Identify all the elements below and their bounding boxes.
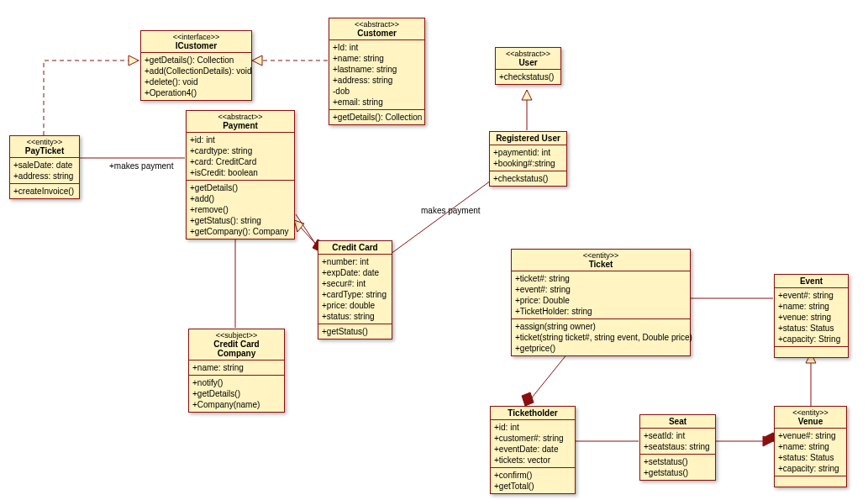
class-venue: <<entity>>Venue +venue#: string +name: s… <box>774 406 847 487</box>
attr: +card: CreditCard <box>190 156 291 167</box>
op: +remove() <box>190 204 291 215</box>
attr: +name: string <box>192 362 281 373</box>
op: +delete(): void <box>145 76 248 87</box>
svg-marker-6 <box>522 392 534 406</box>
attr: +number: int <box>322 256 388 267</box>
class-icustomer: <<interface>>ICustomer +getDetails(): Co… <box>140 30 252 101</box>
attr: +capacity: String <box>778 334 844 345</box>
op: +getDetails(): Collection <box>145 55 248 66</box>
rel-label-makes-payment-1: +makes payment <box>109 161 173 171</box>
attr: +id: int <box>190 134 291 145</box>
class-name: PayTicket <box>15 146 74 155</box>
class-name: Registered User <box>495 134 561 143</box>
attr: +expDate: date <box>322 267 388 278</box>
op: +add(CollectionDetails): void <box>145 66 248 76</box>
op: +Operation4() <box>145 87 248 98</box>
class-ticketholder: Ticketholder +id: int +customer#: string… <box>490 406 576 494</box>
op: +checkstatus() <box>493 173 563 184</box>
svg-marker-2 <box>294 220 304 232</box>
class-event: Event +event#: string +name: string +ven… <box>774 274 849 358</box>
op: +Company(name) <box>192 399 281 410</box>
class-name: Credit Card <box>324 243 387 252</box>
op: +getTotal() <box>494 481 571 492</box>
op: +confirm() <box>494 470 571 481</box>
class-name: ICustomer <box>146 41 246 50</box>
attr: +id: int <box>494 422 571 433</box>
class-credit-card: Credit Card +number: int +expDate: date … <box>318 240 392 339</box>
attr: +name: string <box>333 53 421 64</box>
stereotype: <<entity>> <box>517 251 685 260</box>
class-name: Ticket <box>517 260 685 269</box>
attr: +ticket#: string <box>515 273 687 284</box>
op: +notify() <box>192 377 281 388</box>
op: +createInvoice() <box>13 186 76 197</box>
class-payment: <<abstract>>Payment +id: int +cardtype: … <box>186 110 295 239</box>
attr: +Id: int <box>333 42 421 53</box>
attr: +address: string <box>13 171 76 182</box>
attr: +seatId: int <box>644 430 712 441</box>
op: +getCompany(): Company <box>190 226 291 237</box>
attr: +address: string <box>333 75 421 86</box>
attr: +venue: string <box>778 312 844 323</box>
attr: +isCredit: boolean <box>190 167 291 178</box>
class-customer: <<abstract>>Customer +Id: int +name: str… <box>329 18 425 125</box>
class-name: Payment <box>192 121 289 130</box>
attr: +tickets: vector <box>494 455 571 466</box>
attr: +status: Status <box>778 452 843 463</box>
op: +checkstatus() <box>499 71 557 82</box>
attr: +capacity: string <box>778 463 843 474</box>
class-name: Customer <box>334 29 419 38</box>
op: +assign(string owner) <box>515 321 687 332</box>
attr: +name: string <box>778 301 844 312</box>
stereotype: <<entity>> <box>15 138 74 146</box>
op: +getDetails(): Collection <box>333 112 421 123</box>
op: +ticket(string ticket#, string event, Do… <box>515 332 687 343</box>
op: +setstatus() <box>644 456 712 467</box>
attr: +status: string <box>322 311 388 322</box>
attr: +cardtype: string <box>190 145 291 156</box>
attr: +venue#: string <box>778 430 843 441</box>
attr: +saleDate: date <box>13 160 76 171</box>
attr: +name: string <box>778 441 843 452</box>
op: +getDetails() <box>190 182 291 193</box>
attr: +status: Status <box>778 323 844 334</box>
attr: +eventDate: date <box>494 444 571 455</box>
class-registered-user: Registered User +paymentid: int +booking… <box>489 131 567 187</box>
class-name: Event <box>780 276 843 286</box>
svg-marker-5 <box>522 90 532 100</box>
attr: +secur#: int <box>322 278 388 289</box>
attr: +customer#: string <box>494 433 571 444</box>
op: +getStatus() <box>322 326 388 337</box>
stereotype: <<abstract>> <box>334 20 419 29</box>
attr: +seatstaus: string <box>644 441 712 452</box>
stereotype: <<abstract>> <box>192 113 289 121</box>
stereotype: <<subject>> <box>194 331 279 339</box>
attr: +cardType: string <box>322 289 388 300</box>
op: +getDetails() <box>192 388 281 399</box>
class-seat: Seat +seatId: int +seatstaus: string +se… <box>639 414 716 481</box>
svg-marker-0 <box>129 55 139 66</box>
class-name: User <box>501 58 555 67</box>
attr: +price: double <box>322 300 388 311</box>
op: +getStatus(): string <box>190 215 291 226</box>
class-name: Credit Card Company <box>194 339 279 358</box>
class-user: <<abstract>>User +checkstatus() <box>495 47 561 85</box>
op: +getprice() <box>515 343 687 354</box>
attr: +email: string <box>333 97 421 108</box>
class-ticket: <<entity>>Ticket +ticket#: string +event… <box>511 249 691 356</box>
class-credit-card-company: <<subject>>Credit Card Company +name: st… <box>188 329 285 413</box>
stereotype: <<entity>> <box>780 408 841 417</box>
attr: +lastname: string <box>333 64 421 75</box>
op: +add() <box>190 193 291 204</box>
class-name: Seat <box>645 417 710 426</box>
class-name: Ticketholder <box>496 408 570 418</box>
attr: +price: Double <box>515 295 687 306</box>
attr: +event#: string <box>778 290 844 301</box>
attr: -dob <box>333 86 421 97</box>
stereotype: <<interface>> <box>146 33 246 41</box>
rel-label-makes-payment-2: makes payment <box>421 206 481 215</box>
svg-marker-1 <box>252 55 262 66</box>
stereotype: <<abstract>> <box>501 50 555 58</box>
class-payticket: <<entity>>PayTicket +saleDate: date +add… <box>9 135 80 199</box>
attr: +TicketHolder: string <box>515 306 687 317</box>
